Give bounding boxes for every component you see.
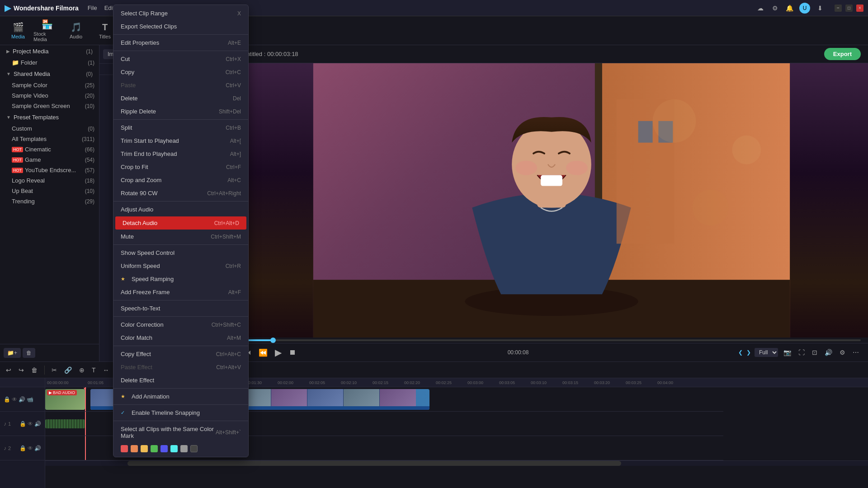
stop-button[interactable]: ⏹: [287, 347, 298, 358]
audio1-lock-icon[interactable]: 🔒: [19, 421, 26, 427]
ctx-select-color-mark[interactable]: Select all Clips with the Same Color Mar…: [113, 422, 248, 442]
audio-track-toggle-icon[interactable]: 🔊: [19, 396, 25, 403]
ctx-trim-end[interactable]: Trim End to Playhead Alt+]: [113, 147, 248, 160]
ctx-enable-snapping[interactable]: ✓ Enable Timeline Snapping: [113, 406, 248, 419]
ctx-color-match[interactable]: Color Match Alt+M: [113, 331, 248, 344]
audio2-mute-icon[interactable]: 🔊: [34, 445, 41, 451]
ctx-select-clip-range[interactable]: Select Clip Range X: [113, 7, 248, 20]
prev-arrow-icon[interactable]: ❮: [738, 349, 743, 356]
sidebar-item-trending[interactable]: Trending (29): [0, 196, 99, 206]
ctx-ripple-delete[interactable]: Ripple Delete Shift+Del: [113, 105, 248, 118]
next-arrow-icon[interactable]: ❯: [746, 349, 751, 356]
sidebar-item-custom[interactable]: Custom (0): [0, 123, 99, 134]
user-avatar[interactable]: U: [799, 3, 810, 14]
video-track-icon[interactable]: 📹: [27, 396, 33, 403]
text-tool-button[interactable]: T: [90, 365, 98, 375]
color-swatch-blue[interactable]: [160, 445, 168, 452]
sidebar-item-folder[interactable]: 📁 Folder (1): [0, 57, 99, 68]
ctx-trim-start[interactable]: Trim Start to Playhead Alt+[: [113, 134, 248, 147]
prev-frame-button[interactable]: ⏪: [257, 347, 269, 359]
settings-icon[interactable]: ⚙: [770, 4, 779, 13]
ctx-crop-and-zoom[interactable]: Crop and Zoom Alt+C: [113, 174, 248, 187]
ctx-copy-effect[interactable]: Copy Effect Ctrl+Alt+C: [113, 347, 248, 361]
delete-tl-button[interactable]: 🗑: [29, 365, 40, 375]
link-button[interactable]: 🔗: [62, 365, 74, 375]
minimize-button[interactable]: −: [835, 5, 842, 12]
sidebar-item-all-templates[interactable]: All Templates (311): [0, 134, 99, 144]
ctx-cut[interactable]: Cut Ctrl+X: [113, 52, 248, 66]
color-swatch-cyan[interactable]: [170, 445, 178, 452]
color-swatch-orange[interactable]: [131, 445, 138, 452]
preview-timeline-bar[interactable]: [242, 339, 861, 341]
sidebar-item-cinematic[interactable]: HOT Cinematic (66): [0, 144, 99, 155]
picture-in-picture-button[interactable]: ⊡: [810, 347, 819, 358]
undo-button[interactable]: ↩: [4, 365, 14, 375]
ctx-adjust-audio[interactable]: Adjust Audio: [113, 203, 248, 216]
download-icon[interactable]: ⬇: [816, 4, 825, 13]
ctx-export-selected[interactable]: Export Selected Clips: [113, 20, 248, 33]
color-swatch-green[interactable]: [151, 445, 158, 452]
color-swatch-dark[interactable]: [190, 445, 198, 452]
ctx-crop-to-fit[interactable]: Crop to Fit Ctrl+F: [113, 160, 248, 174]
nav-audio[interactable]: 🎵 Audio: [62, 18, 90, 43]
ctx-uniform-speed[interactable]: Uniform Speed Ctrl+R: [113, 259, 248, 272]
more-options-button[interactable]: ⋯: [851, 347, 861, 358]
eye-track-icon[interactable]: 👁: [12, 396, 17, 403]
sidebar-item-project-media[interactable]: ▶ Project Media (1): [2, 46, 97, 57]
audio1-clip-1[interactable]: [45, 419, 85, 428]
color-swatch-yellow[interactable]: [141, 445, 148, 452]
timeline-scrollbar[interactable]: [45, 460, 868, 466]
preview-quality-select[interactable]: Full 1/2 1/4: [755, 348, 778, 357]
redo-button[interactable]: ↪: [16, 365, 26, 375]
video-clip-1[interactable]: ▶ BAD AUDIO: [45, 389, 85, 410]
menu-file[interactable]: File: [88, 5, 97, 11]
nav-stock-media[interactable]: 🏪 Stock Media: [33, 18, 61, 43]
preview-timeline-thumb[interactable]: [270, 338, 276, 343]
ctx-rotate-90[interactable]: Rotate 90 CW Ctrl+Alt+Right: [113, 187, 248, 200]
cut-tl-button[interactable]: ✂: [49, 365, 59, 375]
audio1-mute-icon[interactable]: 🔊: [34, 421, 41, 427]
audio2-lock-icon[interactable]: 🔒: [19, 445, 26, 451]
play-button[interactable]: ▶: [273, 345, 283, 360]
ctx-show-speed-control[interactable]: Show Speed Control: [113, 246, 248, 259]
sidebar-item-preset-templates[interactable]: ▼ Preset Templates: [2, 112, 97, 123]
close-button[interactable]: ×: [856, 5, 863, 12]
maximize-button[interactable]: □: [845, 5, 853, 12]
ctx-edit-properties[interactable]: Edit Properties Alt+E: [113, 36, 248, 49]
sidebar-item-logo-reveal[interactable]: Logo Reveal (18): [0, 175, 99, 186]
cloud-icon[interactable]: ☁: [756, 4, 765, 13]
scrollbar-thumb[interactable]: [127, 461, 621, 466]
color-swatch-red[interactable]: [121, 445, 128, 452]
sidebar-item-youtube-endscreens[interactable]: HOT YouTube Endscre... (57): [0, 165, 99, 175]
delete-folder-button[interactable]: 🗑: [23, 348, 35, 358]
audio1-eye-icon[interactable]: 👁: [28, 421, 33, 427]
sidebar-item-up-beat[interactable]: Up Beat (10): [0, 186, 99, 196]
ctx-detach-audio[interactable]: Detach Audio Ctrl+Alt+D: [115, 216, 246, 230]
export-button[interactable]: Export: [824, 48, 861, 60]
ctx-delete-effect[interactable]: Delete Effect: [113, 374, 248, 387]
ctx-speech-to-text[interactable]: Speech-to-Text: [113, 302, 248, 315]
ctx-mute[interactable]: Mute Ctrl+Shift+M: [113, 230, 248, 243]
ctx-add-animation[interactable]: ★ Add Animation: [113, 390, 248, 403]
sidebar-item-sample-color[interactable]: Sample Color (25): [0, 80, 99, 90]
sidebar-item-sample-video[interactable]: Sample Video (20): [0, 90, 99, 101]
ctx-speed-ramping[interactable]: ★ Speed Ramping: [113, 272, 248, 286]
add-marker-button[interactable]: ⊕: [77, 365, 87, 375]
sidebar-item-game[interactable]: HOT Game (54): [0, 155, 99, 165]
color-swatch-gray[interactable]: [180, 445, 188, 452]
fullscreen-button[interactable]: ⛶: [797, 347, 807, 358]
screenshot-button[interactable]: 📷: [782, 347, 793, 358]
add-folder-button[interactable]: 📁+: [4, 348, 21, 358]
notification-icon[interactable]: 🔔: [785, 4, 794, 13]
ripple-edit-button[interactable]: ↔: [101, 365, 112, 375]
ctx-split[interactable]: Split Ctrl+B: [113, 121, 248, 134]
settings-preview-button[interactable]: ⚙: [838, 347, 847, 358]
sidebar-item-sample-green-screen[interactable]: Sample Green Screen (10): [0, 101, 99, 111]
ctx-color-correction[interactable]: Color Correction Ctrl+Shift+C: [113, 318, 248, 331]
nav-media[interactable]: 🎬 Media: [5, 18, 32, 43]
ctx-add-freeze-frame[interactable]: Add Freeze Frame Alt+F: [113, 286, 248, 299]
volume-button[interactable]: 🔊: [823, 347, 834, 358]
lock-track-icon[interactable]: 🔒: [4, 396, 10, 403]
ctx-copy[interactable]: Copy Ctrl+C: [113, 66, 248, 79]
sidebar-item-shared-media[interactable]: ▼ Shared Media (0): [2, 68, 97, 80]
